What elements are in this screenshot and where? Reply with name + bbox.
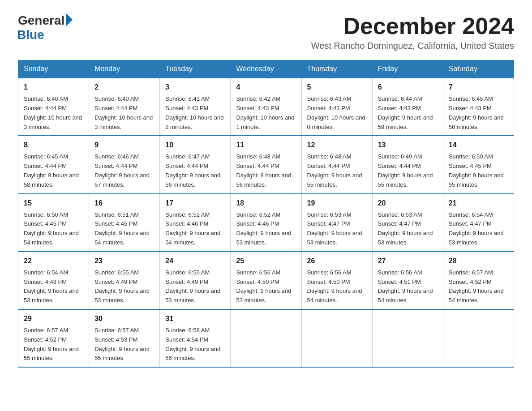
calendar-cell: 13Sunrise: 6:49 AMSunset: 4:44 PMDayligh…: [372, 136, 443, 193]
calendar-cell: [443, 309, 514, 367]
day-number: 24: [165, 256, 225, 266]
day-info: Sunrise: 6:56 AMSunset: 4:51 PMDaylight:…: [378, 269, 433, 304]
day-info: Sunrise: 6:52 AMSunset: 4:46 PMDaylight:…: [165, 211, 220, 246]
day-number: 30: [94, 313, 154, 324]
calendar-cell: 18Sunrise: 6:52 AMSunset: 4:46 PMDayligh…: [231, 194, 301, 252]
page-header: General Blue December 2024 West Rancho D…: [18, 13, 514, 51]
weekday-header-thursday: Thursday: [301, 60, 372, 78]
day-number: 26: [307, 256, 367, 266]
day-info: Sunrise: 6:53 AMSunset: 4:47 PMDaylight:…: [378, 211, 433, 246]
day-info: Sunrise: 6:46 AMSunset: 4:44 PMDaylight:…: [94, 153, 150, 188]
calendar-cell: [372, 309, 443, 367]
day-info: Sunrise: 6:45 AMSunset: 4:44 PMDaylight:…: [24, 153, 79, 188]
day-info: Sunrise: 6:43 AMSunset: 4:43 PMDaylight:…: [307, 95, 365, 130]
day-number: 11: [236, 140, 296, 150]
day-info: Sunrise: 6:57 AMSunset: 4:52 PMDaylight:…: [449, 269, 504, 304]
day-number: 5: [307, 82, 367, 93]
day-number: 23: [94, 256, 154, 266]
day-info: Sunrise: 6:50 AMSunset: 4:45 PMDaylight:…: [24, 211, 79, 246]
day-number: 17: [165, 198, 225, 209]
day-number: 2: [94, 82, 154, 93]
calendar-week-row: 15Sunrise: 6:50 AMSunset: 4:45 PMDayligh…: [18, 194, 514, 252]
day-number: 9: [94, 140, 154, 150]
day-info: Sunrise: 6:54 AMSunset: 4:48 PMDaylight:…: [24, 269, 79, 304]
calendar-cell: 3Sunrise: 6:41 AMSunset: 4:43 PMDaylight…: [160, 78, 231, 136]
calendar-cell: 24Sunrise: 6:55 AMSunset: 4:49 PMDayligh…: [160, 252, 231, 309]
calendar-cell: 11Sunrise: 6:48 AMSunset: 4:44 PMDayligh…: [231, 136, 301, 193]
calendar-cell: 6Sunrise: 6:44 AMSunset: 4:43 PMDaylight…: [372, 78, 443, 136]
day-info: Sunrise: 6:55 AMSunset: 4:49 PMDaylight:…: [165, 269, 220, 304]
calendar-cell: 16Sunrise: 6:51 AMSunset: 4:45 PMDayligh…: [89, 194, 160, 252]
day-number: 1: [24, 82, 83, 93]
calendar-table: SundayMondayTuesdayWednesdayThursdayFrid…: [18, 60, 514, 368]
weekday-header-monday: Monday: [89, 60, 160, 78]
day-number: 7: [449, 82, 508, 93]
day-info: Sunrise: 6:52 AMSunset: 4:46 PMDaylight:…: [236, 211, 291, 246]
day-number: 14: [449, 140, 508, 150]
day-info: Sunrise: 6:56 AMSunset: 4:50 PMDaylight:…: [307, 269, 362, 304]
day-number: 10: [165, 140, 225, 150]
day-number: 20: [378, 198, 438, 209]
calendar-cell: 5Sunrise: 6:43 AMSunset: 4:43 PMDaylight…: [301, 78, 372, 136]
calendar-cell: 12Sunrise: 6:48 AMSunset: 4:44 PMDayligh…: [301, 136, 372, 193]
calendar-cell: 25Sunrise: 6:56 AMSunset: 4:50 PMDayligh…: [231, 252, 301, 309]
day-info: Sunrise: 6:48 AMSunset: 4:44 PMDaylight:…: [236, 153, 291, 188]
day-info: Sunrise: 6:54 AMSunset: 4:47 PMDaylight:…: [449, 211, 504, 246]
calendar-cell: 29Sunrise: 6:57 AMSunset: 4:52 PMDayligh…: [18, 309, 89, 367]
day-info: Sunrise: 6:44 AMSunset: 4:43 PMDaylight:…: [378, 95, 433, 130]
day-info: Sunrise: 6:56 AMSunset: 4:50 PMDaylight:…: [236, 269, 291, 304]
day-info: Sunrise: 6:50 AMSunset: 4:45 PMDaylight:…: [449, 153, 504, 188]
calendar-week-row: 1Sunrise: 6:40 AMSunset: 4:44 PMDaylight…: [18, 78, 514, 136]
day-number: 27: [378, 256, 438, 266]
calendar-week-row: 29Sunrise: 6:57 AMSunset: 4:52 PMDayligh…: [18, 309, 514, 367]
location-subtitle: West Rancho Dominguez, California, Unite…: [311, 41, 514, 51]
day-number: 13: [378, 140, 438, 150]
calendar-cell: [231, 309, 301, 367]
calendar-week-row: 22Sunrise: 6:54 AMSunset: 4:48 PMDayligh…: [18, 252, 514, 309]
day-number: 25: [236, 256, 296, 266]
calendar-cell: 7Sunrise: 6:45 AMSunset: 4:43 PMDaylight…: [443, 78, 514, 136]
logo-general-text: General: [18, 13, 64, 28]
calendar-cell: 28Sunrise: 6:57 AMSunset: 4:52 PMDayligh…: [443, 252, 514, 309]
logo: General Blue: [18, 13, 73, 42]
calendar-cell: 14Sunrise: 6:50 AMSunset: 4:45 PMDayligh…: [443, 136, 514, 193]
day-number: 16: [94, 198, 154, 209]
calendar-cell: 4Sunrise: 6:42 AMSunset: 4:43 PMDaylight…: [231, 78, 301, 136]
day-info: Sunrise: 6:53 AMSunset: 4:47 PMDaylight:…: [307, 211, 362, 246]
day-number: 15: [24, 198, 83, 209]
day-number: 3: [165, 82, 225, 93]
weekday-header-row: SundayMondayTuesdayWednesdayThursdayFrid…: [18, 60, 514, 78]
day-info: Sunrise: 6:41 AMSunset: 4:43 PMDaylight:…: [165, 95, 223, 130]
calendar-cell: 17Sunrise: 6:52 AMSunset: 4:46 PMDayligh…: [160, 194, 231, 252]
calendar-cell: 20Sunrise: 6:53 AMSunset: 4:47 PMDayligh…: [372, 194, 443, 252]
calendar-cell: 31Sunrise: 6:58 AMSunset: 4:54 PMDayligh…: [160, 309, 231, 367]
weekday-header-sunday: Sunday: [18, 60, 89, 78]
day-info: Sunrise: 6:48 AMSunset: 4:44 PMDaylight:…: [307, 153, 362, 188]
day-info: Sunrise: 6:57 AMSunset: 4:52 PMDaylight:…: [24, 327, 79, 361]
day-info: Sunrise: 6:49 AMSunset: 4:44 PMDaylight:…: [378, 153, 433, 188]
day-info: Sunrise: 6:58 AMSunset: 4:54 PMDaylight:…: [165, 327, 220, 361]
title-section: December 2024 West Rancho Dominguez, Cal…: [311, 13, 514, 51]
calendar-cell: 26Sunrise: 6:56 AMSunset: 4:50 PMDayligh…: [301, 252, 372, 309]
day-number: 8: [24, 140, 83, 150]
day-info: Sunrise: 6:47 AMSunset: 4:44 PMDaylight:…: [165, 153, 220, 188]
day-info: Sunrise: 6:40 AMSunset: 4:44 PMDaylight:…: [94, 95, 153, 130]
calendar-cell: 10Sunrise: 6:47 AMSunset: 4:44 PMDayligh…: [160, 136, 231, 193]
calendar-cell: 15Sunrise: 6:50 AMSunset: 4:45 PMDayligh…: [18, 194, 89, 252]
month-title: December 2024: [311, 13, 514, 39]
weekday-header-friday: Friday: [372, 60, 443, 78]
day-number: 29: [24, 313, 83, 324]
weekday-header-tuesday: Tuesday: [160, 60, 231, 78]
day-info: Sunrise: 6:51 AMSunset: 4:45 PMDaylight:…: [94, 211, 150, 246]
calendar-cell: 21Sunrise: 6:54 AMSunset: 4:47 PMDayligh…: [443, 194, 514, 252]
calendar-cell: 27Sunrise: 6:56 AMSunset: 4:51 PMDayligh…: [372, 252, 443, 309]
calendar-week-row: 8Sunrise: 6:45 AMSunset: 4:44 PMDaylight…: [18, 136, 514, 193]
calendar-cell: 19Sunrise: 6:53 AMSunset: 4:47 PMDayligh…: [301, 194, 372, 252]
calendar-cell: 2Sunrise: 6:40 AMSunset: 4:44 PMDaylight…: [89, 78, 160, 136]
day-number: 21: [449, 198, 508, 209]
day-number: 19: [307, 198, 367, 209]
calendar-cell: 1Sunrise: 6:40 AMSunset: 4:44 PMDaylight…: [18, 78, 89, 136]
day-info: Sunrise: 6:57 AMSunset: 4:53 PMDaylight:…: [94, 327, 150, 361]
day-info: Sunrise: 6:45 AMSunset: 4:43 PMDaylight:…: [449, 95, 504, 130]
calendar-cell: 22Sunrise: 6:54 AMSunset: 4:48 PMDayligh…: [18, 252, 89, 309]
